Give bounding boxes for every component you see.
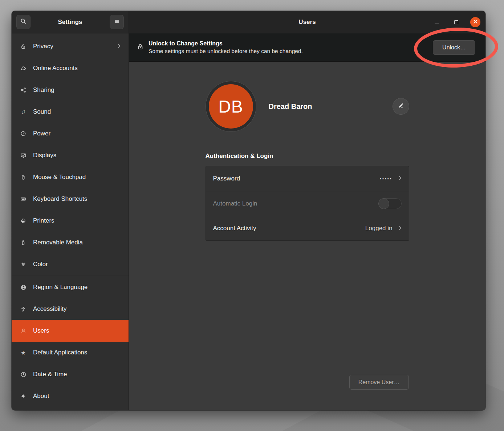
sidebar-item-label: Sharing (33, 86, 54, 94)
search-icon (20, 18, 27, 26)
avatar: DB (206, 81, 256, 132)
chevron-right-icon (399, 175, 402, 182)
sidebar-item-power[interactable]: Power (12, 123, 129, 145)
pencil-icon (398, 103, 404, 110)
auth-section-heading: Authentication & Login (206, 153, 409, 160)
sidebar-item-label: Sound (33, 108, 51, 115)
sidebar-item-users[interactable]: Users (12, 320, 129, 342)
sidebar-item-region-language[interactable]: Region & Language (12, 276, 129, 298)
star-icon: ★ (20, 350, 27, 355)
close-icon (473, 19, 478, 25)
chevron-right-icon (399, 225, 402, 232)
sidebar-item-sharing[interactable]: Sharing (12, 79, 129, 101)
sidebar-item-keyboard-shortcuts[interactable]: Keyboard Shortcuts (12, 188, 129, 210)
sidebar-item-default-applications[interactable]: ★ Default Applications (12, 342, 129, 363)
account-activity-row[interactable]: Account Activity Logged in (206, 216, 409, 240)
main-panel: Users Unlock to Change Setti (129, 11, 485, 410)
user-full-name: Dread Baron (269, 102, 312, 111)
sidebar-list: Privacy Online Accounts (12, 33, 129, 410)
edit-name-button[interactable] (393, 98, 409, 115)
lock-icon (20, 44, 27, 49)
users-icon (20, 328, 27, 334)
close-button[interactable] (470, 17, 480, 27)
sidebar-item-label: Region & Language (33, 284, 88, 291)
password-dots: ••••• (380, 176, 392, 181)
sidebar-separator (12, 276, 129, 276)
sidebar-item-mouse-touchpad[interactable]: Mouse & Touchpad (12, 166, 129, 188)
keyboard-icon (20, 196, 27, 202)
cloud-icon (20, 65, 27, 71)
chevron-right-icon (118, 43, 121, 50)
sidebar-item-label: Mouse & Touchpad (33, 174, 86, 181)
power-icon (20, 131, 27, 137)
sidebar-header: Settings (12, 11, 129, 33)
account-activity-label: Account Activity (213, 225, 256, 232)
toggle-knob (378, 198, 389, 209)
lock-icon (137, 43, 144, 52)
sidebar-item-online-accounts[interactable]: Online Accounts (12, 57, 129, 79)
color-circles-icon (20, 261, 27, 267)
sidebar-item-label: About (33, 393, 49, 400)
unlock-button[interactable]: Unlock… (433, 40, 475, 55)
sidebar-item-accessibility[interactable]: Accessibility (12, 298, 129, 320)
account-activity-right: Logged in (365, 225, 402, 232)
sidebar-item-removable-media[interactable]: Removable Media (12, 232, 129, 253)
maximize-button[interactable] (451, 17, 461, 27)
minimize-icon (435, 24, 439, 24)
sidebar-item-about[interactable]: About (12, 385, 129, 407)
profile-row: DB Dread Baron (206, 62, 409, 132)
sidebar-item-label: Displays (33, 152, 56, 159)
titlebar: Users (129, 11, 485, 33)
sidebar-item-displays[interactable]: Displays (12, 145, 129, 166)
auth-card: Password ••••• Automatic Login (206, 166, 409, 241)
minimize-button[interactable] (432, 17, 442, 27)
search-button[interactable] (16, 15, 31, 29)
printer-icon (20, 218, 27, 224)
sidebar-item-label: Keyboard Shortcuts (33, 195, 87, 203)
content-column: DB Dread Baron Authentication & Login (206, 62, 409, 410)
accessibility-icon (20, 306, 27, 312)
sidebar-item-label: Users (33, 327, 49, 334)
automatic-login-row: Automatic Login (206, 191, 409, 216)
automatic-login-toggle[interactable] (378, 198, 402, 209)
sidebar-item-label: Accessibility (33, 305, 67, 313)
avatar-initials: DB (209, 84, 253, 129)
display-icon (20, 153, 27, 159)
banner-text: Unlock to Change Settings Some settings … (149, 40, 303, 55)
globe-icon (20, 284, 27, 290)
password-label: Password (213, 175, 240, 182)
sidebar-item-label: Date & Time (33, 371, 67, 378)
menu-button[interactable] (110, 15, 124, 29)
sidebar-item-label: Power (33, 130, 50, 137)
sidebar-item-printers[interactable]: Printers (12, 210, 129, 232)
share-icon (20, 87, 27, 93)
remove-user-button[interactable]: Remove User… (349, 375, 409, 390)
sidebar-item-label: Printers (33, 217, 54, 224)
maximize-icon (454, 20, 458, 24)
sidebar-item-label: Privacy (33, 43, 53, 50)
password-right: ••••• (380, 175, 401, 182)
automatic-login-right (378, 198, 402, 209)
sidebar-item-label: Default Applications (33, 349, 87, 356)
unlock-banner: Unlock to Change Settings Some settings … (129, 33, 485, 62)
sidebar-item-date-time[interactable]: Date & Time (12, 363, 129, 385)
users-content: DB Dread Baron Authentication & Login (129, 62, 485, 410)
sidebar-item-label: Online Accounts (33, 65, 78, 72)
sidebar: Settings Privacy (12, 11, 129, 410)
banner-title: Unlock to Change Settings (149, 40, 303, 48)
banner-subtitle: Some settings must be unlocked before th… (149, 48, 303, 55)
sidebar-item-sound[interactable]: ♫ Sound (12, 101, 129, 123)
sidebar-item-color[interactable]: Color (12, 253, 129, 275)
usb-drive-icon (20, 240, 27, 246)
sidebar-item-privacy[interactable]: Privacy (12, 36, 129, 57)
password-row[interactable]: Password ••••• (206, 166, 409, 191)
automatic-login-label: Automatic Login (213, 200, 257, 207)
settings-window: Settings Privacy (12, 11, 485, 410)
sidebar-item-label: Removable Media (33, 239, 83, 246)
account-activity-value: Logged in (365, 225, 393, 232)
clock-icon (20, 371, 27, 378)
sidebar-item-label: Color (33, 261, 48, 268)
hamburger-icon (114, 19, 120, 26)
sparkle-icon (20, 393, 27, 399)
music-note-icon: ♫ (20, 109, 27, 115)
